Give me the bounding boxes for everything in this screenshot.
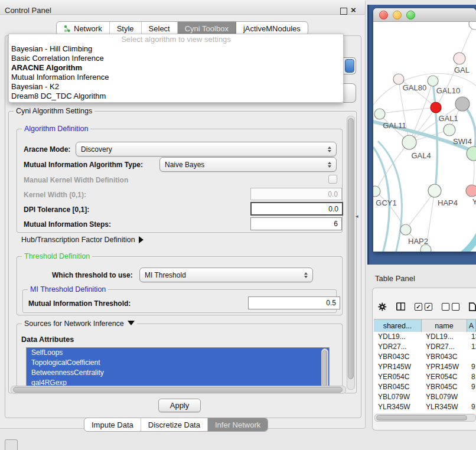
data-attribute-item[interactable]: SelfLoops — [27, 348, 329, 358]
table-cell: YPR145W — [422, 362, 467, 372]
network-selector-combobox-partial[interactable] — [343, 83, 356, 103]
threshold-definition-title: Threshold Definition — [22, 252, 92, 260]
mi-steps-field[interactable]: 6 — [250, 217, 342, 230]
table-cell: YIL052C — [422, 412, 467, 413]
float-window-icon[interactable] — [340, 8, 347, 15]
tab-label: Network — [74, 24, 102, 33]
data-attributes-label: Data Attributes — [21, 335, 74, 344]
hub-tf-definition-toggle[interactable]: Hub/Transcription Factor Definition — [21, 236, 144, 244]
network-edge[interactable] — [375, 142, 409, 191]
columns-icon[interactable] — [396, 302, 405, 311]
expanded-arrow-icon — [128, 321, 135, 325]
table-row[interactable]: YLR345WYLR345W9. — [374, 402, 476, 412]
tab-discretize-data[interactable]: Discretize Data — [141, 418, 208, 431]
network-node[interactable] — [454, 53, 465, 64]
gear-icon[interactable] — [378, 302, 387, 312]
data-attribute-item[interactable]: TopologicalCoefficient — [27, 358, 329, 368]
network-node[interactable] — [373, 186, 380, 197]
network-node[interactable] — [374, 109, 385, 119]
network-edge[interactable] — [406, 191, 435, 230]
combobox-focus-button[interactable] — [345, 59, 354, 73]
table-column-header[interactable]: shared... — [374, 319, 422, 332]
algorithm-option[interactable]: ARACNE Algorithm — [9, 63, 343, 73]
network-node-label: HAP4 — [438, 198, 458, 207]
network-edge[interactable] — [378, 141, 402, 252]
mi-algorithm-type-combobox[interactable]: Naive Bayes — [159, 157, 337, 172]
combobox-arrows-icon — [304, 272, 308, 278]
table-row[interactable]: YBR043CYBR043C — [374, 352, 476, 362]
network-canvas[interactable]: GALGAL80GAL10GAL11GAL1SWI4GAL4GCY1HAP4YH… — [373, 22, 476, 252]
network-edge[interactable] — [461, 216, 476, 252]
dpi-tolerance-field[interactable]: 0.0 — [250, 202, 343, 216]
which-threshold-value: MI Threshold — [145, 271, 186, 279]
network-edge[interactable] — [380, 107, 436, 114]
mi-threshold-field[interactable]: 0.5 — [248, 296, 340, 309]
table-row[interactable]: YDL19...YDL19...13 — [374, 332, 476, 342]
manual-kernel-width-checkbox[interactable] — [328, 175, 337, 184]
minimize-traffic-light-icon[interactable] — [393, 11, 402, 19]
kernel-width-field[interactable]: 0.0 — [250, 188, 342, 200]
settings-horizontal-scrollbar-thumb[interactable] — [13, 387, 343, 393]
table-column-header[interactable]: name — [422, 319, 467, 332]
table-row[interactable]: YIL052CYIL052C9 — [374, 412, 476, 413]
network-node[interactable] — [455, 97, 470, 111]
deselect-all-columns-icon[interactable] — [442, 303, 459, 311]
network-node[interactable] — [469, 22, 476, 30]
algorithm-option[interactable]: Dream8 DC_TDC Algorithm — [9, 92, 343, 101]
tab-label: Style — [117, 24, 134, 33]
algorithm-option[interactable]: Basic Correlation Inference — [9, 54, 343, 63]
table-cell: 8. — [467, 372, 476, 382]
close-traffic-light-icon[interactable] — [379, 11, 388, 19]
table-row[interactable]: YDR27...YDR27...12 — [374, 342, 476, 352]
close-icon[interactable]: × — [351, 5, 356, 15]
settings-vertical-scrollbar[interactable] — [347, 116, 355, 390]
dock-panel-mini-button[interactable] — [5, 439, 18, 450]
algorithm-dropdown-popup: Select algorithm to view settings Bayesi… — [8, 34, 344, 103]
list-vertical-scrollbar[interactable] — [321, 348, 328, 389]
table-row[interactable]: YPR145WYPR145W9. — [374, 362, 476, 372]
network-node[interactable] — [466, 185, 476, 197]
algorithm-option[interactable]: Bayesian - K2 — [9, 82, 343, 92]
table-rows: YDL19...YDL19...13YDR27...YDR27...12YBR0… — [374, 332, 476, 413]
table-cell: YLR345W — [374, 402, 422, 412]
which-threshold-combobox[interactable]: MI Threshold — [139, 268, 313, 282]
network-node[interactable] — [428, 184, 441, 197]
tab-impute-data[interactable]: Impute Data — [84, 418, 141, 431]
table-row[interactable]: YER054CYER054C8. — [374, 372, 476, 382]
network-node[interactable] — [402, 135, 416, 149]
table-cell: YDL19... — [374, 332, 422, 342]
algorithm-option[interactable]: Bayesian - Hill Climbing — [9, 44, 343, 54]
select-all-columns-icon[interactable]: ✓✓ — [415, 303, 432, 311]
list-vertical-scrollbar-thumb[interactable] — [322, 350, 327, 387]
table-column-header[interactable]: A — [467, 319, 476, 332]
network-node[interactable] — [400, 224, 411, 235]
data-attribute-item[interactable]: BetweennessCentrality — [27, 368, 329, 378]
table-horizontal-scrollbar-thumb[interactable] — [376, 415, 467, 420]
algorithm-option[interactable]: Mutual Information Inference — [9, 73, 343, 82]
popup-prompt: Select algorithm to view settings — [9, 34, 343, 44]
zoom-traffic-light-icon[interactable] — [406, 11, 415, 19]
document-icon[interactable] — [469, 302, 476, 312]
settings-vertical-scrollbar-thumb[interactable] — [348, 118, 354, 379]
tab-cyni-toolbox[interactable]: Cyni Toolbox — [178, 22, 236, 35]
network-node[interactable] — [444, 124, 455, 136]
network-node[interactable] — [431, 102, 441, 113]
table-panel-toolbar: ✓✓ — [378, 298, 476, 315]
tab-network[interactable]: Network — [57, 22, 110, 35]
data-attributes-list[interactable]: SelfLoopsTopologicalCoefficientBetweenne… — [26, 347, 330, 390]
apply-button[interactable]: Apply — [158, 399, 201, 412]
network-node[interactable] — [428, 76, 438, 86]
tab-style[interactable]: Style — [110, 22, 142, 35]
aracne-mode-combobox[interactable]: Discovery — [76, 142, 337, 156]
tab-select[interactable]: Select — [142, 22, 178, 35]
table-cell: 9 — [467, 412, 476, 413]
table-cell: 9. — [467, 362, 476, 372]
table-cell: YIL052C — [374, 412, 422, 413]
settings-horizontal-scrollbar[interactable] — [11, 386, 346, 394]
table-row[interactable]: YBL079WYBL079W — [374, 392, 476, 402]
table-row[interactable]: YBR045CYBR045C9. — [374, 382, 476, 392]
tab-infer-network[interactable]: Infer Network — [208, 418, 268, 431]
tab-jactivemnodules[interactable]: jActiveMNodules — [236, 22, 308, 35]
panel-splitter-arrow-icon[interactable]: ◂ — [356, 213, 358, 219]
table-horizontal-scrollbar[interactable] — [374, 414, 476, 422]
